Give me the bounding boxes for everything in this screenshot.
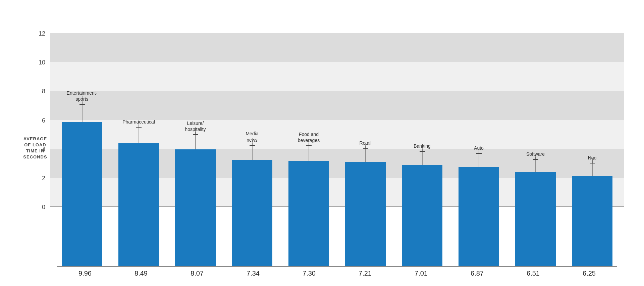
chart-body: AVERAGEOF LOADTIME INSECONDS 121086420En… [20,19,624,277]
y-tick-label: 10 [32,59,45,66]
bar-group: Entertainment-sports [54,19,110,266]
x-tick-label: 6.51 [505,270,561,277]
error-bar-top-cap [136,127,142,128]
error-bar-top-cap [363,148,368,149]
x-tick-label: 8.07 [169,270,225,277]
bar-rect [118,143,159,266]
bar-group: Software [507,19,564,266]
bar-group: Retail [337,19,394,266]
x-axis-line [57,266,617,267]
error-bar-top-cap [306,145,312,146]
grid-and-bars: 121086420Entertainment-sportsPharmaceuti… [50,19,624,266]
x-tick-label: 8.49 [113,270,169,277]
y-tick-label: 8 [32,88,45,95]
error-bar-line [82,96,82,122]
y-tick-label: 12 [32,30,45,37]
x-tick-label: 6.87 [449,270,505,277]
x-tick-label: 9.96 [57,270,113,277]
bar-rect [515,172,556,266]
bar-rect [62,122,103,266]
error-bar-top-cap [250,145,255,146]
error-bar-line [422,146,422,165]
y-tick-label: 2 [32,175,45,182]
error-bar-line [309,139,309,161]
bar-rect [459,167,499,266]
bar-rect [345,162,386,266]
error-bar-line [592,158,592,176]
bar-group: Pharmaceutical [110,19,167,266]
y-tick-label: 0 [32,204,45,211]
error-bar-line [252,138,252,160]
x-tick-label: 7.30 [281,270,337,277]
x-tick-label: 7.34 [225,270,281,277]
y-tick-label: 6 [32,117,45,124]
x-tick-label: 6.25 [561,270,617,277]
bar-rect [572,176,613,266]
error-bar-top-cap [420,151,425,152]
error-bar-top-cap [533,159,538,160]
error-bar-top-cap [79,104,85,105]
bar-rect [175,149,216,266]
error-bar-line [479,148,479,167]
y-tick-label: 4 [32,146,45,153]
bar-rect [232,160,273,266]
x-tick-label: 7.21 [337,270,393,277]
bar-group: Leisure/hospitality [167,19,224,266]
chart-area: 121086420Entertainment-sportsPharmaceuti… [50,19,624,277]
error-bar-line [195,128,196,150]
chart-container: AVERAGEOF LOADTIME INSECONDS 121086420En… [20,9,624,277]
error-bar-line [535,154,536,172]
bar-group: Ngo [564,19,621,266]
bar-rect [402,165,443,266]
error-bar-line [365,143,366,162]
bar-group: Auto [450,19,507,266]
error-bar-top-cap [193,134,198,135]
error-bar-line [139,120,139,143]
bars-row: Entertainment-sportsPharmaceuticalLeisur… [50,19,624,266]
bar-group: Medianews [224,19,280,266]
bar-group: Food andbeverages [280,19,337,266]
x-tick-labels: 9.968.498.077.347.307.217.016.876.516.25 [50,270,624,277]
error-bar-top-cap [590,163,595,163]
bar-group: Banking [394,19,450,266]
x-tick-label: 7.01 [393,270,449,277]
error-bar-top-cap [476,153,482,154]
bar-rect [288,161,329,266]
